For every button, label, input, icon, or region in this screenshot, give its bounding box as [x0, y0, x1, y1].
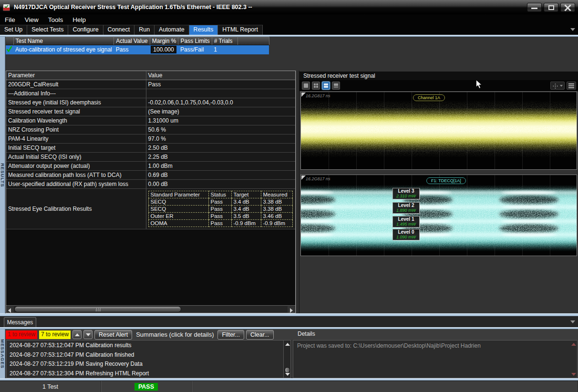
cell-margin: 100.000: [151, 46, 176, 53]
menu-file[interactable]: File: [0, 15, 20, 24]
app-icon: [3, 4, 10, 11]
arrow-up-icon: [75, 333, 80, 336]
status-pass-badge: PASS: [134, 383, 158, 391]
tab-set-up[interactable]: Set Up: [0, 25, 27, 35]
parameter-hscrollbar[interactable]: [6, 305, 295, 313]
log-entry[interactable]: 2024-08-27 07:53:12:047 PM Calibration f…: [8, 351, 283, 360]
arrow-up-icon: [571, 343, 576, 346]
review-alert-yellow[interactable]: 7 to review: [39, 330, 71, 339]
hscroll-left-button[interactable]: [7, 306, 14, 313]
param-value: -0.02,0.06,0.1,0.75,0.04,-0.03,0.0: [146, 98, 295, 107]
cal-status: Pass: [208, 213, 231, 220]
calibration-row: SECQ Pass 3.4 dB 3.38 dB: [148, 198, 292, 206]
cal-measured: 3.38 dB: [261, 206, 292, 213]
layout-quad-button[interactable]: [312, 82, 320, 90]
tab-messages[interactable]: Messages: [4, 317, 36, 327]
log-entry[interactable]: 2024-08-27 07:53:12:304 PM Refreshing HT…: [8, 369, 283, 379]
log-entry[interactable]: 2024-08-27 07:53:12:047 PM Calibration r…: [8, 341, 283, 351]
param-row: PAM-4 Linearity 97.0 %: [6, 134, 295, 144]
param-name: Calibration Wavelength: [6, 116, 146, 125]
minimize-button[interactable]: [527, 3, 542, 12]
tdecq-badge[interactable]: F1: TDECQ[1A]: [426, 177, 466, 184]
param-header-parameter[interactable]: Parameter: [6, 71, 146, 80]
results-col-pass-limits[interactable]: Pass Limits: [178, 37, 212, 45]
param-row: Stressed eye (initial ISI) deemphasis -0…: [6, 98, 295, 107]
results-col-actual-value[interactable]: Actual Value: [114, 37, 150, 45]
test-result-row[interactable]: Auto-calibration of stressed eye signal …: [6, 45, 269, 54]
param-row: Attenuator output power (actual) 1.00 dB…: [6, 162, 295, 171]
channel-badge[interactable]: Channel 1A: [413, 94, 445, 101]
log-scroll-up-button[interactable]: [284, 341, 290, 347]
menu-help[interactable]: Help: [68, 15, 91, 24]
calibration-row: SECQ Pass 3.4 dB 3.38 dB: [148, 206, 292, 213]
param-name: Stressed eye (initial ISI) deemphasis: [6, 98, 146, 107]
maximize-button[interactable]: [544, 3, 558, 12]
cal-target: 3.5 dB: [231, 213, 261, 220]
layout-mixed-button[interactable]: [332, 82, 340, 90]
reset-alert-button[interactable]: Reset Alert: [94, 330, 132, 340]
eye-diagram-nrz[interactable]: 16.2G817 ns Channel 1A: [300, 92, 577, 170]
results-col-test-name[interactable]: Test Name: [13, 37, 114, 45]
cal-measured: -0.9 dBm: [261, 220, 292, 227]
cal-measured: 3.46 dB: [261, 213, 292, 220]
clear-button[interactable]: Clear...: [246, 330, 274, 340]
sidebar-tab-messages[interactable]: MESSAGES: [0, 329, 5, 378]
mouse-cursor: [476, 80, 483, 89]
tab-automate[interactable]: Automate: [155, 25, 189, 35]
review-alert-red[interactable]: 1 to review: [6, 330, 37, 339]
calibration-results-table: Standard Parameter Status Target Measure…: [148, 191, 293, 227]
tab-html-report[interactable]: HTML Report: [218, 25, 263, 35]
sidebar-tab-results[interactable]: RESULTS: [0, 37, 5, 313]
message-log-list: 2024-08-27 07:53:12:047 PM Calibration r…: [6, 340, 291, 378]
next-alert-button[interactable]: [83, 330, 93, 339]
prev-alert-button[interactable]: [72, 330, 82, 339]
pass-check-icon: [6, 46, 12, 52]
panel-splitter[interactable]: [296, 71, 299, 313]
menu-tools[interactable]: Tools: [43, 15, 68, 24]
tab-configure[interactable]: Configure: [68, 25, 103, 35]
pan-tool-button[interactable]: [550, 82, 565, 90]
eye-diagram-pam4[interactable]: 16.2G817 ns F1: TDECQ[1A] Level 3 2.310 …: [300, 175, 577, 256]
details-scroll-up-button[interactable]: [570, 341, 577, 347]
filter-button[interactable]: Filter...: [217, 330, 244, 340]
param-row: NRZ Crossing Point 50.6 %: [6, 125, 295, 134]
calibration-row: Outer ER Pass 3.5 dB 3.46 dB: [148, 213, 292, 220]
log-scroll-down-button[interactable]: [284, 371, 290, 377]
results-col-margin[interactable]: Margin %: [150, 37, 178, 45]
param-header-value[interactable]: Value: [146, 71, 295, 80]
param-row: Stressed receiver test signal (See image…: [6, 107, 295, 116]
details-scroll-down-button[interactable]: [570, 371, 577, 377]
cell-trials: 1: [212, 45, 237, 54]
messages-overflow-chevron-icon[interactable]: [570, 320, 575, 323]
log-lines: 2024-08-27 07:53:12:047 PM Calibration r…: [8, 341, 283, 378]
layout-single-icon: [304, 83, 308, 88]
hscroll-right-button[interactable]: [288, 306, 295, 313]
cell-actual-value: Pass: [114, 45, 150, 54]
close-button[interactable]: [560, 3, 575, 12]
summaries-label: Summaries (click for details): [134, 331, 216, 338]
layout-mixed-icon: [334, 83, 338, 88]
layout-single-button[interactable]: [302, 82, 310, 90]
tab-results[interactable]: Results: [189, 25, 218, 35]
details-vscrollbar[interactable]: [570, 340, 577, 378]
panel-menu-button[interactable]: [567, 82, 576, 90]
eye1-timestamp: 16.2G817 ns: [306, 93, 330, 98]
log-vscrollbar[interactable]: [283, 340, 290, 378]
param-value: 1.31000 um: [146, 116, 295, 125]
main-tab-bar: Set Up Select Tests Configure Connect Ru…: [0, 25, 578, 35]
param-value: 50.6 %: [146, 125, 295, 134]
hscroll-thumb[interactable]: [14, 306, 181, 312]
level-3-marker: Level 3 2.310 mW: [392, 188, 420, 199]
param-value: 2.50 dB: [146, 144, 295, 153]
menu-view[interactable]: View: [20, 15, 43, 24]
layout-stacked-button[interactable]: [322, 82, 330, 90]
param-name: PAM-4 Linearity: [6, 134, 146, 144]
results-col-trials[interactable]: # Trials: [212, 37, 237, 45]
tab-select-tests[interactable]: Select Tests: [27, 25, 68, 35]
log-entry[interactable]: 2024-08-27 07:53:12:219 PM Saving Recove…: [8, 360, 283, 369]
cell-test-name: Auto-calibration of stressed eye signal: [13, 45, 114, 54]
tab-run[interactable]: Run: [134, 25, 155, 35]
cal-col-status: Status: [208, 191, 231, 198]
tab-connect[interactable]: Connect: [103, 25, 135, 35]
tab-overflow-chevron-icon[interactable]: [570, 28, 575, 31]
